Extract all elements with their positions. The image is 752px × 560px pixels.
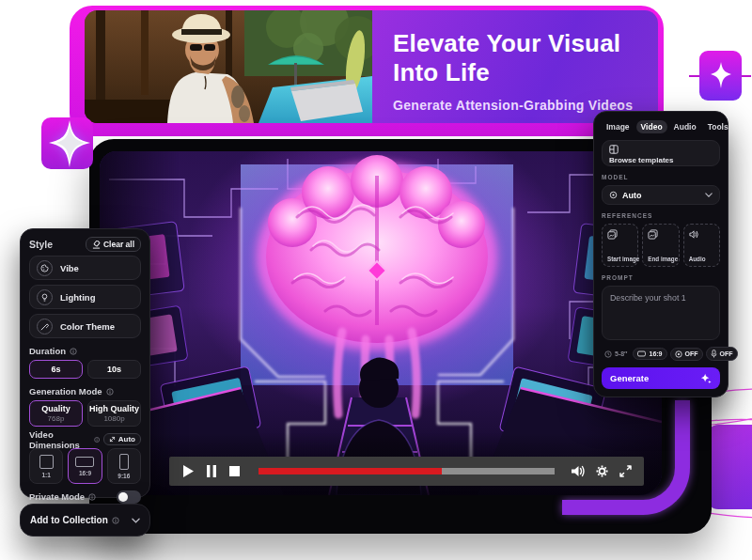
private-mode-toggle[interactable]: [117, 490, 141, 504]
prompt-input[interactable]: [603, 287, 719, 339]
dimensions-auto-button[interactable]: Auto: [103, 433, 141, 445]
bulb-icon: [37, 289, 53, 305]
references-row: Start image End image Audio: [602, 224, 720, 267]
model-select[interactable]: Auto: [602, 185, 720, 205]
ratio-9-16-button[interactable]: 9:16: [107, 448, 141, 484]
info-icon: [94, 436, 100, 443]
audio-reference-label: Audio: [689, 256, 706, 262]
tab-tools[interactable]: Tools: [703, 120, 733, 133]
info-icon: [70, 348, 77, 355]
four-point-star-icon: [707, 60, 735, 92]
settings-chips: 5-8″ 16:9 OFF OFF: [602, 347, 720, 361]
hero-banner: Elevate Your Visual Into Life Generate A…: [85, 10, 658, 123]
style-option-lighting[interactable]: Lighting: [29, 285, 141, 309]
info-icon: [106, 388, 114, 396]
hero-title-line1: Elevate Your Visual: [393, 29, 658, 58]
landscape-shape-icon: [75, 457, 94, 467]
fullscreen-button[interactable]: [619, 464, 633, 478]
sound-icon: [675, 350, 682, 358]
quality-title: High Quality: [89, 404, 139, 413]
duration-label: Duration: [29, 346, 141, 356]
add-to-collection-card[interactable]: Add to Collection: [20, 504, 150, 537]
hero-text-block: Elevate Your Visual Into Life Generate A…: [372, 10, 658, 123]
end-image-card[interactable]: End image: [642, 224, 679, 267]
high-quality-1080p-button[interactable]: High Quality 1080p: [87, 400, 141, 427]
style-panel-title: Style: [29, 239, 53, 250]
clock-icon: [604, 350, 612, 358]
clear-all-button[interactable]: Clear all: [86, 237, 141, 252]
square-shape-icon: [39, 455, 54, 469]
style-option-label: Lighting: [60, 292, 95, 303]
tab-video[interactable]: Video: [636, 120, 667, 133]
progress-played: [258, 468, 442, 474]
style-option-color-theme[interactable]: Color Theme: [29, 314, 141, 338]
style-option-label: Color Theme: [60, 321, 115, 332]
eyedropper-icon: [37, 319, 53, 334]
progress-bar[interactable]: [258, 468, 555, 474]
generator-panel: Image Video Audio Tools Browse templates…: [593, 111, 728, 397]
video-dimensions-label: Video Dimensions Auto: [29, 434, 141, 444]
diagonal-arrows-icon: [109, 436, 116, 443]
end-image-label: End image: [648, 256, 678, 262]
templates-icon: [609, 145, 619, 154]
volume-button[interactable]: [572, 464, 586, 478]
sparkle-decoration: [43, 118, 102, 179]
browse-templates-label: Browse templates: [609, 156, 713, 164]
model-auto-icon: [609, 191, 618, 199]
ratio-16-9-button[interactable]: 16:9: [68, 448, 102, 484]
generate-label: Generate: [610, 373, 649, 383]
chevron-down-icon: [132, 518, 140, 523]
image-stack-icon: [648, 229, 658, 240]
style-option-label: Vibe: [60, 263, 79, 273]
four-point-star-icon: [43, 118, 102, 179]
prompt-section-label: PROMPT: [602, 274, 720, 283]
player-bar: [169, 457, 644, 486]
references-section-label: REFERENCES: [602, 212, 720, 221]
quality-sub: 1080p: [103, 414, 124, 423]
add-to-collection-label: Add to Collection: [30, 515, 108, 525]
image-stack-icon: [607, 229, 618, 240]
quality-title: Quality: [41, 404, 70, 413]
video-preview[interactable]: [100, 151, 662, 495]
tab-audio[interactable]: Audio: [669, 120, 701, 133]
pause-button[interactable]: [204, 464, 218, 478]
quality-768p-button[interactable]: Quality 768p: [29, 400, 83, 427]
palette-icon: [37, 260, 53, 276]
settings-button[interactable]: [595, 464, 609, 478]
browse-templates-card[interactable]: Browse templates: [602, 140, 720, 166]
decorative-purple-square: [707, 425, 752, 509]
auto-label: Auto: [118, 435, 135, 443]
stop-icon: [229, 466, 240, 476]
start-image-card[interactable]: Start image: [602, 224, 638, 267]
duration-10s-button[interactable]: 10s: [87, 360, 141, 379]
aspect-icon: [637, 350, 646, 357]
play-icon: [182, 465, 194, 477]
play-button[interactable]: [180, 464, 195, 478]
sparkle-badge: [699, 51, 742, 101]
pause-icon: [207, 465, 216, 477]
tab-image[interactable]: Image: [602, 120, 634, 133]
generate-button[interactable]: Generate: [602, 367, 720, 389]
info-icon: [112, 517, 119, 524]
duration-chip[interactable]: 5-8″: [602, 348, 630, 361]
ratio-1-1-button[interactable]: 1:1: [29, 448, 63, 484]
mic-icon: [711, 350, 717, 358]
style-option-vibe[interactable]: Vibe: [29, 256, 141, 280]
sound-off-chip[interactable]: OFF: [670, 348, 703, 361]
eraser-icon: [92, 241, 101, 249]
duration-6s-button[interactable]: 6s: [29, 360, 83, 379]
style-panel: Style Clear all Vibe Lighting: [20, 228, 150, 498]
audio-reference-card[interactable]: Audio: [683, 224, 720, 267]
mic-off-chip[interactable]: OFF: [706, 347, 738, 361]
aspect-chip[interactable]: 16:9: [633, 348, 666, 360]
toggle-knob: [118, 492, 128, 502]
stop-button[interactable]: [227, 464, 242, 478]
page: Elevate Your Visual Into Life Generate A…: [0, 0, 752, 560]
portrait-shape-icon: [119, 454, 129, 470]
quality-sub: 768p: [48, 414, 65, 423]
hero-photo: [85, 10, 372, 123]
hero-title-line2: Into Life: [393, 58, 658, 87]
start-image-label: Start image: [607, 256, 639, 262]
chevron-down-icon: [705, 193, 713, 197]
speaker-icon: [689, 229, 699, 240]
